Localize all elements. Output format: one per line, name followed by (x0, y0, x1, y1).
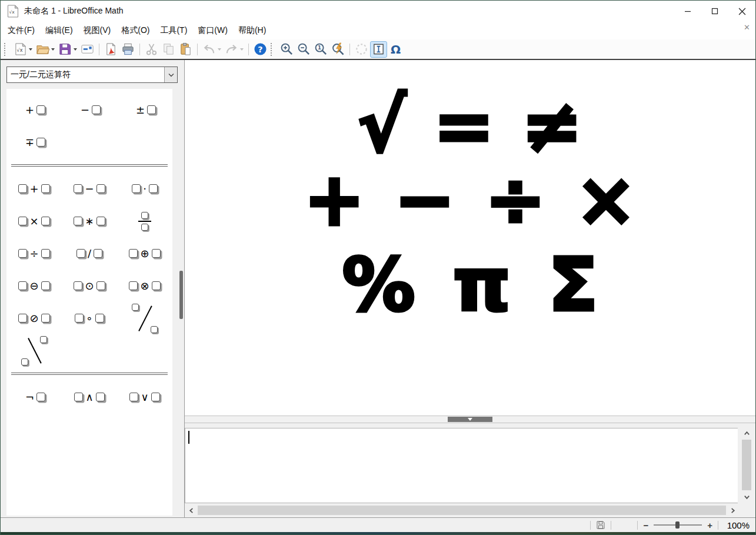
placeholder-box (141, 212, 148, 219)
minimize-button[interactable] (674, 1, 701, 22)
placeholder-box (96, 281, 105, 290)
symbols-catalog-button[interactable]: Ω (387, 41, 404, 58)
element-minus-plus[interactable]: ∓ (6, 126, 62, 158)
placeholder-box (41, 249, 50, 258)
export-pdf-icon (104, 42, 118, 56)
help-button[interactable]: ? (252, 41, 269, 58)
statusbar-separator (718, 521, 718, 530)
maximize-button[interactable] (701, 1, 728, 22)
save-icon (58, 42, 72, 56)
operator-glyph: ⋅ (143, 184, 146, 194)
dropdown-arrow-icon[interactable] (29, 48, 32, 52)
menu-item-2[interactable]: 视图(V) (78, 23, 116, 38)
element-circled-slash[interactable]: ⊘ (6, 302, 62, 334)
placeholder-box (132, 304, 139, 311)
placeholder-box (151, 326, 158, 333)
placeholder-box (40, 336, 47, 343)
panel-splitter-handle[interactable] (179, 271, 183, 319)
document-modified-icon[interactable] (596, 520, 605, 530)
formula-cursor-button[interactable] (370, 41, 387, 58)
placeholder-box (36, 105, 45, 114)
paste-button[interactable] (177, 41, 194, 58)
toolbar-grip[interactable] (271, 43, 275, 56)
chevron-down-icon[interactable] (164, 67, 177, 82)
menu-item-4[interactable]: 工具(T) (155, 23, 192, 38)
dropdown-arrow-icon[interactable] (218, 48, 221, 52)
element-circled-dot[interactable]: ⊙ (62, 270, 117, 302)
zoom-slider-thumb[interactable] (675, 521, 680, 529)
vertical-scrollbar[interactable] (741, 428, 752, 502)
zoom-slider[interactable] (654, 524, 702, 526)
menu-item-3[interactable]: 格式(O) (116, 23, 155, 38)
vertical-scroll-thumb[interactable] (742, 440, 751, 490)
element-plus[interactable]: + (6, 94, 62, 126)
zoom-out-button[interactable] (295, 41, 312, 58)
menu-item-6[interactable]: 帮助(H) (233, 23, 271, 38)
export-pdf-button[interactable] (102, 41, 119, 58)
dropdown-arrow-icon[interactable] (74, 48, 77, 52)
element-subtraction[interactable]: − (62, 172, 117, 205)
element-circled-minus[interactable]: ⊖ (6, 270, 62, 302)
horizontal-scroll-thumb[interactable] (198, 506, 726, 515)
menu-item-0[interactable]: 文件(F) (2, 23, 40, 38)
toolbar-separator (139, 44, 140, 55)
zoom-in-control[interactable]: + (707, 521, 712, 530)
element-circled-times[interactable]: ⊗ (117, 270, 172, 302)
operator-glyph: ÷ (29, 248, 38, 259)
menu-item-5[interactable]: 窗口(W) (192, 23, 233, 38)
zoom-percentage[interactable]: 100% (724, 520, 750, 530)
dropdown-arrow-icon[interactable] (240, 48, 244, 52)
undo-icon (202, 42, 216, 56)
symbols-catalog-icon: Ω (389, 42, 402, 56)
close-button[interactable] (728, 1, 755, 22)
zoom-out-control[interactable]: − (643, 521, 648, 530)
horizontal-scrollbar[interactable] (186, 504, 738, 516)
element-division-fraction[interactable] (117, 205, 172, 237)
placeholder-box (18, 281, 27, 290)
toolbar-grip[interactable] (4, 43, 9, 56)
zoom-in-button[interactable] (278, 41, 295, 58)
element-circled-plus[interactable]: ⊕ (117, 237, 172, 270)
element-or[interactable]: ∨ (117, 381, 172, 413)
view-splitter[interactable] (185, 416, 755, 423)
zoom-100-button[interactable]: 1 (312, 41, 329, 58)
element-division-slash[interactable]: / (62, 237, 117, 270)
paste-icon (179, 42, 192, 56)
scroll-left-icon[interactable] (186, 505, 197, 516)
open-button[interactable] (34, 41, 56, 58)
element-composition[interactable]: ∘ (62, 302, 117, 334)
scroll-up-icon[interactable] (741, 428, 752, 438)
element-minus[interactable]: − (62, 94, 117, 126)
dropdown-arrow-icon[interactable] (51, 48, 55, 52)
scroll-right-icon[interactable] (727, 505, 738, 516)
element-asterisk-multiply[interactable]: ∗ (62, 205, 117, 237)
element-multiplication[interactable]: × (6, 205, 62, 237)
elements-panel: 一元/二元运算符 +−±∓+−⋅×∗÷/⊕⊖⊙⊗⊘∘¬∧∨ (1, 60, 185, 517)
formula-cursor-icon (372, 42, 385, 56)
new-document-button[interactable]: √x (12, 41, 34, 58)
operator-glyph: ∨ (141, 392, 148, 403)
element-category-select[interactable]: 一元/二元运算符 (6, 67, 178, 83)
zoom-all-button[interactable] (329, 41, 347, 58)
element-plus-minus[interactable]: ± (117, 94, 172, 126)
slash-line (138, 305, 152, 331)
email-icon (81, 42, 94, 56)
splitter-handle[interactable] (448, 417, 492, 422)
close-document-icon[interactable]: ✕ (744, 24, 750, 31)
element-widebslash[interactable] (6, 334, 62, 367)
formula-view[interactable]: √=≠+−÷×%πΣ (185, 60, 755, 416)
formula-command-input[interactable] (185, 428, 738, 503)
placeholder-box (74, 281, 82, 290)
save-button[interactable] (56, 41, 79, 58)
element-division[interactable]: ÷ (6, 237, 62, 270)
element-addition[interactable]: + (6, 172, 62, 205)
element-not[interactable]: ¬ (6, 381, 62, 413)
formula-symbol: − (394, 162, 455, 238)
menu-item-1[interactable]: 编辑(E) (40, 23, 78, 38)
scroll-down-icon[interactable] (741, 491, 752, 502)
print-button[interactable] (119, 41, 136, 58)
element-and[interactable]: ∧ (62, 381, 117, 413)
element-dot-product[interactable]: ⋅ (117, 172, 172, 205)
element-wideslash[interactable] (117, 302, 172, 334)
email-button[interactable] (79, 41, 96, 58)
